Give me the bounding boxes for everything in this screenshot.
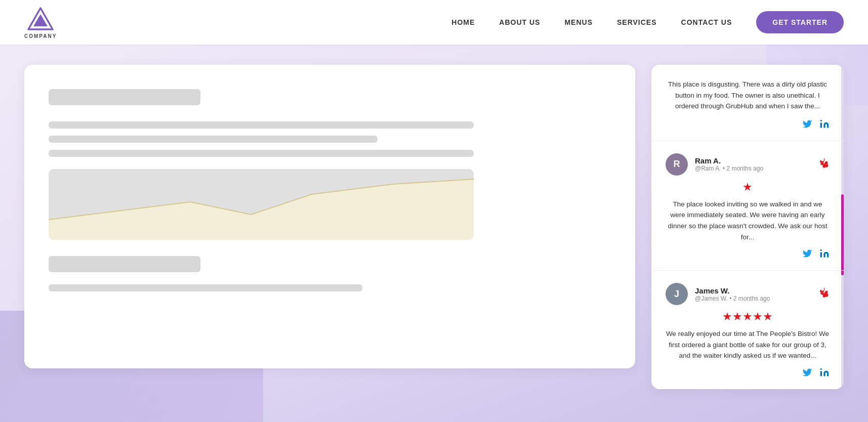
reviewer-handle-1: @Ram A. • 2 months ago [695, 165, 811, 172]
review-text-0: This place is disgusting. There was a di… [666, 79, 830, 112]
review-card-1: R Ram A. @Ram A. • 2 months ago ★ The pl… [651, 141, 844, 271]
avatar-ram: R [666, 153, 688, 176]
reviewer-info-2: James W. @James W. • 2 months ago [695, 286, 811, 302]
svg-point-5 [820, 249, 822, 251]
skeleton-line-3 [49, 150, 474, 157]
main-content-card [24, 65, 635, 368]
stars-2: ★★★★★ [666, 310, 830, 323]
reviewer-name-1: Ram A. [695, 156, 811, 165]
linkedin-share-2[interactable] [819, 367, 830, 380]
linkedin-share-0[interactable] [819, 119, 830, 132]
avatar-james: J [666, 283, 688, 305]
logo-label: COMPANY [24, 33, 57, 39]
skeleton-line-2 [49, 136, 378, 143]
svg-point-4 [820, 119, 822, 121]
review-card-2: J James W. @James W. • 2 months ago ★★★★… [651, 271, 844, 389]
logo-icon [27, 6, 54, 32]
stars-1: ★ [666, 181, 830, 194]
nav-about[interactable]: ABOUT US [499, 18, 540, 26]
skeleton-line-1 [49, 121, 474, 129]
yelp-icon-2 [818, 287, 830, 301]
review-actions-0 [666, 119, 830, 132]
page-background: This place is disgusting. There was a di… [0, 45, 868, 422]
nav-menus[interactable]: MENUS [564, 18, 593, 26]
svg-point-6 [820, 368, 822, 370]
yelp-icon-1 [818, 157, 830, 172]
nav-links: HOME ABOUT US MENUS SERVICES CONTACT US … [451, 11, 844, 33]
reviews-sidebar: This place is disgusting. There was a di… [651, 65, 844, 389]
twitter-share-1[interactable] [802, 248, 812, 261]
twitter-share-0[interactable] [802, 119, 812, 132]
nav-services[interactable]: SERVICES [617, 18, 657, 26]
skeleton-title [49, 89, 200, 105]
nav-home[interactable]: HOME [451, 18, 475, 26]
twitter-share-2[interactable] [802, 367, 812, 380]
review-actions-1 [666, 248, 830, 261]
review-header-2: J James W. @James W. • 2 months ago [666, 283, 830, 305]
linkedin-share-1[interactable] [819, 248, 830, 261]
chart-area [49, 169, 474, 240]
review-text-1: The place looked inviting so we walked i… [666, 199, 830, 242]
reviewer-name-2: James W. [695, 286, 811, 295]
review-card-0: This place is disgusting. There was a di… [651, 65, 844, 141]
get-starter-button[interactable]: GET STARTER [756, 11, 844, 33]
review-text-2: We really enjoyed our time at The People… [666, 328, 830, 361]
reviewer-handle-2: @James W. • 2 months ago [695, 295, 811, 302]
nav-contact[interactable]: CONTACT US [681, 18, 732, 26]
skeleton-title-2 [49, 256, 200, 272]
review-actions-2 [666, 367, 830, 380]
reviewer-info-1: Ram A. @Ram A. • 2 months ago [695, 156, 811, 172]
review-header-1: R Ram A. @Ram A. • 2 months ago [666, 153, 830, 176]
logo[interactable]: COMPANY [24, 6, 57, 39]
navbar: COMPANY HOME ABOUT US MENUS SERVICES CON… [0, 0, 868, 45]
skeleton-line-4 [49, 284, 362, 291]
